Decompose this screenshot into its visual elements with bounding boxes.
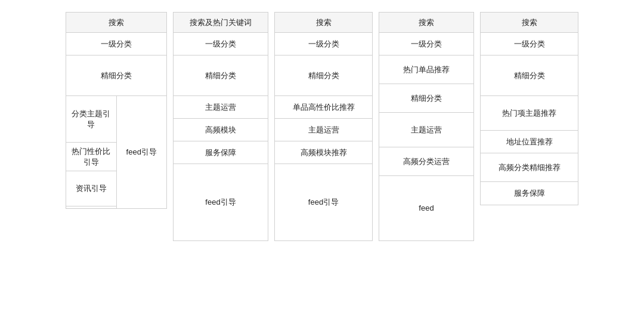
col2-gaopinmokuai: 高频模块	[173, 118, 268, 142]
col5-remen-zhuti: 热门项主题推荐	[480, 95, 578, 131]
col3-gaopintj: 高频模块推荐	[274, 141, 373, 165]
col3-jingxi: 精细分类	[274, 55, 373, 97]
col1-feed: feed引导	[116, 95, 168, 209]
col2-jingxi: 精细分类	[173, 55, 268, 97]
col1-right-sub: feed引导	[117, 96, 167, 208]
col5-header: 搜索	[480, 12, 578, 33]
col3-danpin: 单品高性价比推荐	[274, 95, 373, 119]
col4-zhuti: 主题运营	[379, 112, 474, 148]
col2-feed: feed引导	[173, 164, 268, 241]
col4-yiji: 一级分类	[379, 32, 474, 56]
col1-left-sub: 分类主题引导 热门性价比引导 资讯引导	[66, 96, 117, 208]
column-1: 搜索 一级分类 精细分类 分类主题引导 热门性价比引导 资讯引导 feed引导	[66, 12, 167, 209]
col2-yiji: 一级分类	[173, 32, 268, 56]
col1-row-yiji: 一级分类	[66, 32, 167, 56]
col3-feed: feed引导	[274, 164, 373, 241]
col4-jingxi: 精细分类	[379, 84, 474, 113]
col1-split-group: 分类主题引导 热门性价比引导 资讯引导 feed引导	[66, 96, 166, 208]
col1-remen-jiajie: 热门性价比引导	[66, 142, 117, 172]
col5-fuwu: 服务保障	[480, 181, 578, 205]
col1-zixun: 资讯引导	[66, 171, 117, 206]
columns-wrapper: 搜索 一级分类 精细分类 分类主题引导 热门性价比引导 资讯引导 feed引导 …	[66, 12, 578, 241]
col5-gaopin-jingxi: 高频分类精细推荐	[480, 153, 578, 183]
column-5: 搜索 一级分类 精细分类 热门项主题推荐 地址位置推荐 高频分类精细推荐 服务保…	[480, 12, 578, 205]
col2-fuwubaozhang: 服务保障	[173, 141, 268, 165]
column-3: 搜索 一级分类 精细分类 单品高性价比推荐 主题运营 高频模块推荐 feed引导	[274, 12, 373, 241]
col3-header: 搜索	[274, 12, 373, 33]
col4-header: 搜索	[379, 12, 474, 33]
col1-row-jingxi: 精细分类	[66, 55, 167, 97]
col4-feed: feed	[379, 175, 474, 241]
column-2: 搜索及热门关键词 一级分类 精细分类 主题运营 高频模块 服务保障 feed引导	[173, 12, 268, 241]
col5-dizhi: 地址位置推荐	[480, 130, 578, 154]
col4-gaopin-fenlei: 高频分类运营	[379, 147, 474, 177]
col2-zhuti: 主题运营	[173, 95, 268, 119]
column-4: 搜索 一级分类 热门单品推荐 精细分类 主题运营 高频分类运营 feed	[379, 12, 474, 241]
col2-header: 搜索及热门关键词	[173, 12, 268, 33]
col3-zhuti: 主题运营	[274, 118, 373, 142]
col4-remen-danpin: 热门单品推荐	[379, 55, 474, 85]
col1-fenlei-zhuti: 分类主题引导	[66, 95, 117, 143]
col5-yiji: 一级分类	[480, 32, 578, 56]
col5-jingxi: 精细分类	[480, 55, 578, 97]
col1-header: 搜索	[66, 12, 167, 33]
col3-yiji: 一级分类	[274, 32, 373, 56]
